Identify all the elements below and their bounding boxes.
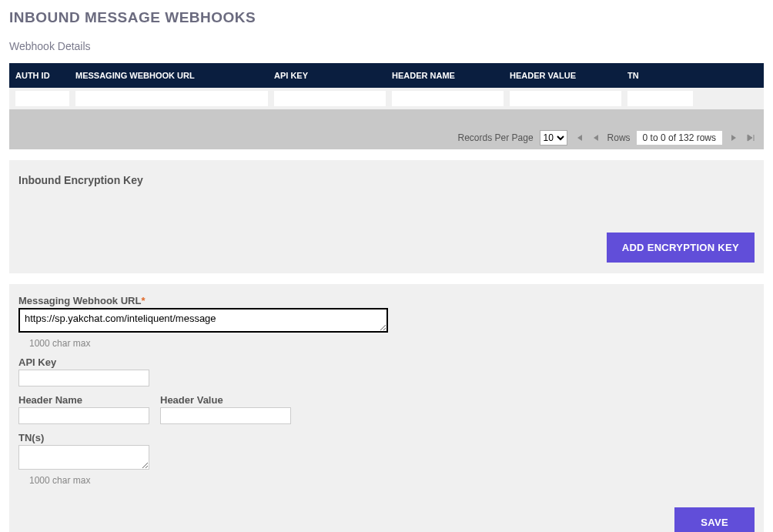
rows-indicator: 0 to 0 of 132 rows (637, 131, 722, 145)
th-actions (699, 71, 758, 80)
records-per-page-select[interactable]: 10 (540, 130, 567, 146)
url-hint: 1000 char max (29, 338, 755, 349)
first-page-icon[interactable] (574, 132, 584, 143)
th-header-value: HEADER VALUE (510, 71, 621, 80)
header-name-input[interactable] (18, 407, 149, 424)
filter-tn[interactable] (627, 91, 693, 106)
save-button[interactable]: SAVE (674, 507, 755, 532)
tns-input[interactable] (18, 445, 149, 470)
th-tn: TN (627, 71, 693, 80)
rows-label: Rows (607, 132, 631, 143)
header-value-input[interactable] (160, 407, 291, 424)
filter-auth-id[interactable] (15, 91, 69, 106)
filter-actions[interactable] (699, 91, 758, 106)
prev-page-icon[interactable] (591, 132, 601, 143)
filter-url[interactable] (75, 91, 268, 106)
messaging-webhook-url-input[interactable] (18, 308, 388, 333)
table-filter-row (9, 88, 764, 109)
header-name-label: Header Name (18, 394, 149, 406)
next-page-icon[interactable] (728, 132, 739, 143)
tns-label: TN(s) (18, 432, 755, 443)
add-encryption-key-button[interactable]: ADD ENCRYPTION KEY (607, 233, 755, 263)
filter-header-value[interactable] (510, 91, 621, 106)
tns-hint: 1000 char max (29, 475, 755, 486)
page-title: INBOUND MESSAGE WEBHOOKS (9, 9, 764, 26)
th-auth-id: AUTH ID (15, 71, 69, 80)
encryption-panel: Inbound Encryption Key ADD ENCRYPTION KE… (9, 160, 764, 273)
pager: Records Per Page 10 Rows 0 to 0 of 132 r… (9, 126, 764, 149)
table-header-row: AUTH ID MESSAGING WEBHOOK URL API KEY HE… (9, 63, 764, 88)
url-label: Messaging Webhook URL* (18, 295, 755, 306)
webhook-table: AUTH ID MESSAGING WEBHOOK URL API KEY HE… (9, 63, 764, 149)
encryption-title: Inbound Encryption Key (18, 174, 755, 186)
filter-api-key[interactable] (274, 91, 386, 106)
th-url: MESSAGING WEBHOOK URL (75, 71, 268, 80)
last-page-icon[interactable] (745, 132, 756, 143)
api-key-input[interactable] (18, 370, 149, 386)
th-header-name: HEADER NAME (392, 71, 504, 80)
api-key-label: API Key (18, 356, 755, 368)
records-per-page-label: Records Per Page (458, 132, 534, 143)
webhook-form: Messaging Webhook URL* 1000 char max API… (9, 284, 764, 532)
table-body-empty (9, 109, 764, 126)
header-value-label: Header Value (160, 394, 291, 406)
th-api-key: API KEY (274, 71, 386, 80)
filter-header-name[interactable] (392, 91, 504, 106)
section-title: Webhook Details (9, 40, 764, 52)
